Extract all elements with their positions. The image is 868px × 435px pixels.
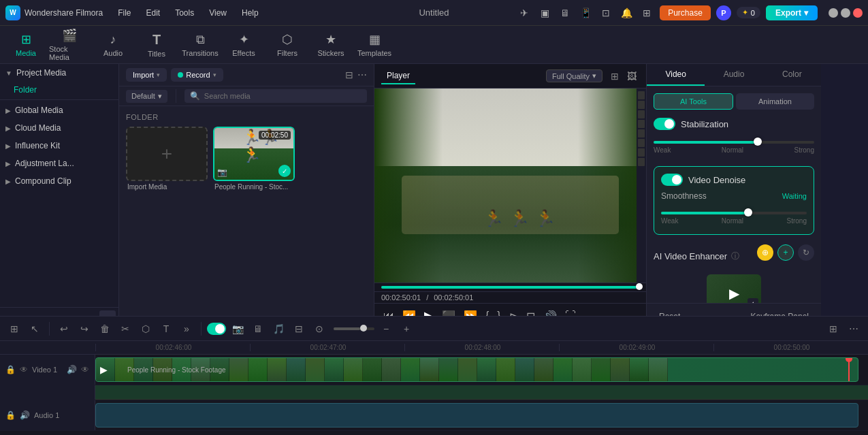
export-dropdown-arrow[interactable]: ▾ — [804, 8, 808, 18]
section-project-media[interactable]: ▼ Project Media — [0, 64, 118, 82]
stabilization-toggle[interactable] — [654, 118, 675, 130]
enhance-plus-btn[interactable]: + — [777, 244, 794, 261]
tl-text-btn[interactable]: T — [157, 320, 175, 338]
progress-bar[interactable] — [381, 286, 639, 289]
import-media-item[interactable]: + Import Media — [126, 127, 208, 193]
enhance-refresh-btn[interactable]: ↻ — [798, 244, 814, 261]
tl-add-btn[interactable]: + — [398, 320, 415, 338]
frame-thumb — [649, 358, 668, 381]
section-adjustment[interactable]: ▶ Adjustment La... — [0, 155, 118, 172]
menu-help[interactable]: Help — [235, 5, 266, 20]
slider-thumb[interactable] — [744, 208, 752, 216]
cast-icon[interactable]: ⊡ — [598, 5, 613, 20]
tl-layout-btn[interactable]: ⊞ — [824, 320, 842, 338]
profile-avatar[interactable]: P — [716, 5, 731, 20]
info-icon[interactable]: ⓘ — [731, 251, 739, 262]
toolbar-filters[interactable]: ⬡ Filters — [267, 28, 308, 62]
side-thumb — [638, 120, 645, 128]
tl-cursor-btn[interactable]: ↖ — [26, 320, 44, 338]
speed-thumb[interactable] — [360, 325, 367, 332]
audio-clip[interactable] — [95, 403, 858, 428]
tl-split-btn[interactable]: ⊟ — [290, 320, 308, 338]
tl-motion-btn[interactable]: ⬡ — [137, 320, 155, 338]
tl-undo-btn[interactable]: ↩ — [55, 320, 73, 338]
filters-icon: ⬡ — [282, 32, 293, 47]
tl-playhead — [848, 358, 850, 381]
more-options-icon[interactable]: ⋯ — [357, 69, 367, 80]
toolbar-effects[interactable]: ✦ Effects — [223, 28, 264, 62]
toolbar-titles[interactable]: T Titles — [136, 28, 177, 62]
record-button[interactable]: Record ▾ — [171, 68, 223, 82]
tl-minus-btn[interactable]: − — [377, 320, 395, 338]
section-global-media[interactable]: ▶ Global Media — [0, 101, 118, 119]
toolbar-stock-media[interactable]: 🎬 Stock Media — [49, 28, 90, 62]
tl-cam-btn[interactable]: 📷 — [229, 320, 246, 338]
menu-edit[interactable]: Edit — [140, 5, 167, 20]
tab-video[interactable]: Video — [647, 64, 705, 86]
tl-audio-add-btn[interactable]: 🎵 — [270, 320, 287, 338]
device-icon[interactable]: ▣ — [537, 5, 552, 20]
eye2-icon[interactable]: 👁 — [81, 365, 89, 374]
slider-track[interactable] — [661, 212, 807, 214]
folder-item[interactable]: Folder — [0, 82, 118, 98]
tl-redo-btn[interactable]: ↪ — [76, 320, 93, 338]
toolbar-stickers[interactable]: ★ Stickers — [310, 28, 351, 62]
tl-grid-btn[interactable]: ⊞ — [5, 320, 23, 338]
bell-icon[interactable]: 🔔 — [619, 5, 634, 20]
slider-thumb[interactable] — [754, 138, 762, 146]
tl-delete-btn[interactable]: 🗑 — [96, 320, 114, 338]
section-influence-kit[interactable]: ▶ Influence Kit — [0, 137, 118, 155]
grid-view-btn[interactable]: ⊞ — [608, 69, 622, 83]
ai-tools-btn[interactable]: AI Tools — [654, 93, 733, 110]
tl-cut-btn[interactable]: ✂ — [116, 320, 134, 338]
export-button[interactable]: Export ▾ — [766, 5, 818, 20]
close-button[interactable] — [853, 8, 863, 18]
player-tab[interactable]: Player — [381, 68, 415, 84]
send-icon[interactable]: ✈ — [517, 5, 532, 20]
tl-speed-icon[interactable]: ⊙ — [310, 320, 328, 338]
audio-mute-icon[interactable]: 🔊 — [20, 410, 30, 420]
section-compound[interactable]: ▶ Compound Clip — [0, 172, 118, 190]
import-button[interactable]: Import ▾ — [126, 68, 167, 82]
toolbar-templates[interactable]: ▦ Templates — [354, 28, 395, 62]
label-weak: Weak — [661, 217, 678, 225]
slider-track[interactable] — [654, 141, 814, 144]
animation-btn[interactable]: Animation — [736, 93, 814, 110]
toolbar-audio[interactable]: ♪ Audio — [93, 28, 133, 62]
tl-more-btn[interactable]: » — [178, 320, 195, 338]
plus-icon: + — [161, 143, 172, 165]
tl-screen-btn[interactable]: 🖥 — [249, 320, 267, 338]
quality-select[interactable]: Full Quality ▾ — [546, 69, 602, 82]
video-clip[interactable]: ▶ — [95, 357, 858, 382]
maximize-button[interactable] — [841, 8, 850, 18]
toolbar-media[interactable]: ⊞ Media — [5, 28, 46, 62]
video-track-eye-icon[interactable]: 👁 — [20, 365, 28, 374]
minimize-button[interactable] — [829, 8, 838, 18]
search-input[interactable] — [204, 92, 361, 100]
monitor-icon[interactable]: 🖥 — [558, 5, 573, 20]
toolbar-transitions[interactable]: ⧉ Transitions — [180, 28, 221, 62]
phone-icon[interactable]: 📱 — [578, 5, 593, 20]
menu-file[interactable]: File — [111, 5, 138, 20]
default-select[interactable]: Default ▾ — [126, 90, 167, 103]
filter-icon[interactable]: ⊟ — [345, 69, 353, 80]
menu-view[interactable]: View — [202, 5, 234, 20]
image-view-btn[interactable]: 🖼 — [624, 69, 639, 83]
grid-icon[interactable]: ⊞ — [639, 5, 654, 20]
running-video-item[interactable]: 🏃🏃🏃 00:02:50 📷 ✓ People Running - Stoc..… — [213, 127, 295, 193]
enhance-add-btn[interactable]: ⊕ — [757, 244, 773, 261]
purchase-button[interactable]: Purchase — [660, 5, 711, 20]
tab-color[interactable]: Color — [763, 64, 821, 86]
speed-track[interactable] — [334, 327, 374, 330]
clip-label: People Running - Stock Footage — [123, 366, 230, 374]
section-cloud-media[interactable]: ▶ Cloud Media — [0, 119, 118, 137]
menu-tools[interactable]: Tools — [168, 5, 201, 20]
denoise-toggle[interactable] — [661, 174, 683, 186]
progress-thumb[interactable] — [636, 283, 643, 290]
audio-icon[interactable]: 🔊 — [67, 365, 77, 374]
tl-toggle[interactable] — [207, 323, 226, 335]
player-progress — [374, 283, 646, 291]
tab-audio[interactable]: Audio — [705, 64, 762, 86]
toggle-knob — [664, 119, 674, 129]
tl-more-actions-btn[interactable]: ⋯ — [845, 320, 863, 338]
